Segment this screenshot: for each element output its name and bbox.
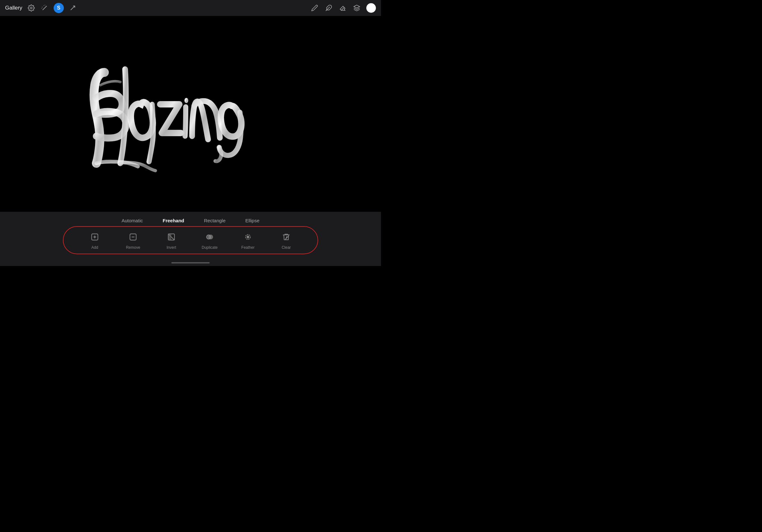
blazing-svg-art: [79, 50, 302, 178]
tab-ellipse[interactable]: Ellipse: [236, 216, 269, 226]
tools-row: Add Remove Invert: [69, 231, 312, 250]
add-icon: [88, 231, 101, 243]
remove-label: Remove: [126, 245, 140, 250]
smudge-tool-icon[interactable]: [324, 4, 333, 13]
clear-icon: [280, 231, 293, 243]
selection-tabs: Automatic Freehand Rectangle Ellipse: [112, 216, 269, 226]
toolbar-right: [310, 3, 376, 13]
user-avatar[interactable]: [366, 3, 376, 13]
invert-label: Invert: [167, 245, 176, 250]
smudge-label: S: [57, 5, 61, 11]
svg-line-5: [70, 6, 75, 10]
eraser-tool-icon[interactable]: [338, 4, 347, 13]
svg-rect-16: [168, 234, 171, 240]
settings-icon[interactable]: [27, 4, 36, 13]
invert-button[interactable]: Invert: [152, 231, 190, 250]
remove-button[interactable]: Remove: [114, 231, 152, 250]
duplicate-label: Duplicate: [202, 245, 218, 250]
duplicate-button[interactable]: Duplicate: [190, 231, 229, 250]
svg-point-21: [248, 237, 248, 237]
svg-point-18: [209, 235, 213, 239]
svg-point-9: [185, 98, 188, 103]
brush-tool-icon[interactable]: [310, 4, 319, 13]
toolbar-left: Gallery S: [5, 3, 77, 13]
feather-label: Feather: [241, 245, 254, 250]
scroll-indicator: [171, 262, 210, 263]
tab-automatic[interactable]: Automatic: [112, 216, 153, 226]
layers-icon[interactable]: [352, 4, 361, 13]
add-label: Add: [91, 245, 98, 250]
feather-icon: [242, 231, 254, 243]
svg-marker-8: [354, 5, 360, 8]
duplicate-icon: [203, 231, 216, 243]
canvas-area: [0, 16, 381, 212]
clear-label: Clear: [282, 245, 291, 250]
magic-wand-icon[interactable]: [40, 4, 49, 13]
canvas-artwork: [79, 50, 302, 178]
tab-freehand[interactable]: Freehand: [153, 216, 194, 226]
transform-icon[interactable]: [68, 4, 77, 13]
gallery-button[interactable]: Gallery: [5, 5, 22, 11]
feather-button[interactable]: Feather: [229, 231, 267, 250]
clear-button[interactable]: Clear: [267, 231, 305, 250]
svg-line-0: [42, 6, 46, 10]
smudge-active-icon[interactable]: S: [54, 3, 64, 13]
add-button[interactable]: Add: [76, 231, 114, 250]
tab-rectangle[interactable]: Rectangle: [194, 216, 236, 226]
top-toolbar: Gallery S: [0, 0, 381, 16]
bottom-panel: Automatic Freehand Rectangle Ellipse Add: [0, 212, 381, 266]
invert-icon: [165, 231, 178, 243]
remove-icon: [127, 231, 139, 243]
